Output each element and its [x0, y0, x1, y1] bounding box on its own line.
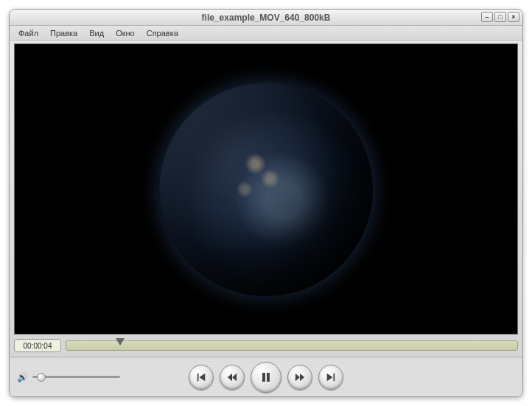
- transport-buttons: [189, 362, 343, 393]
- fast-forward-button[interactable]: [287, 365, 312, 390]
- transport-bar: 🔊: [10, 357, 522, 396]
- pause-button[interactable]: [251, 362, 281, 393]
- menu-help[interactable]: Справка: [142, 27, 183, 39]
- titlebar[interactable]: file_example_MOV_640_800kB – □ ×: [10, 10, 522, 26]
- menu-file[interactable]: Файл: [14, 27, 43, 39]
- video-frame-earth: [159, 83, 373, 296]
- seek-slider[interactable]: [66, 340, 518, 351]
- window-controls: – □ ×: [481, 12, 519, 22]
- seek-thumb-icon[interactable]: [116, 338, 125, 346]
- current-time-display: 00:00:04: [14, 339, 61, 352]
- minimize-button[interactable]: –: [481, 12, 493, 22]
- menu-window[interactable]: Окно: [111, 27, 139, 39]
- volume-slider[interactable]: [32, 376, 120, 378]
- menubar: Файл Правка Вид Окно Справка: [10, 26, 522, 41]
- speaker-icon: 🔊: [17, 372, 28, 382]
- volume-thumb-icon[interactable]: [37, 373, 46, 382]
- menu-edit[interactable]: Правка: [46, 27, 82, 39]
- maximize-button[interactable]: □: [494, 12, 506, 22]
- window-title: file_example_MOV_640_800kB: [202, 13, 331, 23]
- skip-forward-button[interactable]: [318, 365, 343, 390]
- close-button[interactable]: ×: [508, 12, 519, 22]
- seekbar-row: 00:00:04: [14, 337, 518, 354]
- menu-view[interactable]: Вид: [85, 27, 108, 39]
- rewind-button[interactable]: [220, 365, 245, 390]
- skip-back-button[interactable]: [189, 365, 214, 390]
- player-window: file_example_MOV_640_800kB – □ × Файл Пр…: [9, 9, 523, 397]
- volume-control: 🔊: [17, 372, 120, 382]
- video-canvas[interactable]: [14, 43, 518, 335]
